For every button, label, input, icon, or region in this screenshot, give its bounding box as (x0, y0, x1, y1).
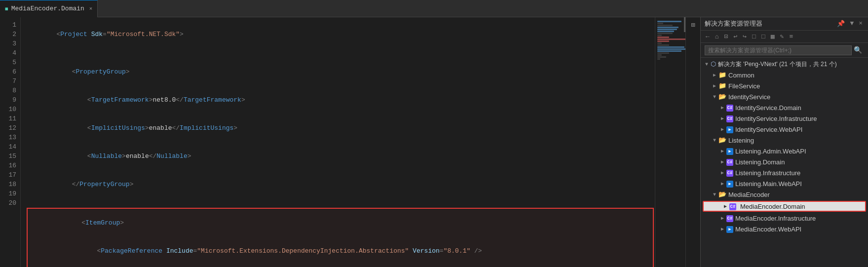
code-line-3: <PropertyGroup> (26, 58, 655, 86)
code-line-6: <Nullable>enable</Nullable> (26, 142, 655, 170)
identityservice-folder-icon: 📂 (718, 93, 726, 101)
se-redo-button[interactable]: ↪ (741, 32, 749, 41)
root-solution-icon: ⬡ (711, 60, 716, 68)
tree-item-mediaencoder-webapi[interactable]: ▶ ▶ MediaEncoder.WebAPI (701, 224, 868, 234)
se-home-button[interactable]: ⌂ (713, 32, 721, 41)
fileservice-label: FileService (728, 82, 760, 90)
listening-chevron: ▼ (711, 138, 718, 143)
code-line-7: </PropertyGroup> (26, 170, 655, 198)
code-line-11: </ItemGroup> (28, 265, 653, 267)
editor-right-toolbar: ⊞ (685, 17, 700, 267)
solution-explorer-header: 解决方案资源管理器 📌 ▼ × (701, 17, 868, 31)
me-domain-label: MediaEncoder.Domain (740, 203, 805, 210)
se-search-area: 🔍 (701, 43, 868, 58)
se-copy-button[interactable]: □ (750, 32, 758, 41)
line-num-8: 8 (0, 86, 20, 95)
tree-item-fileservice[interactable]: ▶ 📁 FileService (701, 80, 868, 91)
is-webapi-proj-icon: ▶ (726, 125, 733, 133)
tab-file-icon: ◼ (5, 5, 8, 12)
solution-explorer-panel: 解决方案资源管理器 📌 ▼ × ← ⌂ ⊡ ↩ ↪ □ □ ▦ ✎ ≡ 🔍 (700, 17, 868, 267)
line-num-2: 2 (0, 30, 20, 39)
se-filter-button[interactable]: ▦ (769, 32, 777, 41)
me-infra-proj-icon: C# (726, 214, 733, 222)
code-line-5: <ImplicitUsings>enable</ImplicitUsings> (26, 114, 655, 142)
line-num-10: 10 (0, 105, 20, 114)
tree-item-identityservice-domain[interactable]: ▶ C# IdentityService.Domain (701, 102, 868, 113)
se-tree: ▼ ⬡ 解决方案 'Peng-VNext' (21 个项目，共 21 个) ▶ … (701, 58, 868, 267)
me-webapi-label: MediaEncoder.WebAPI (735, 226, 801, 233)
line-num-20: 20 (0, 198, 20, 208)
se-undo-button[interactable]: ↩ (731, 32, 739, 41)
me-chevron: ▼ (711, 192, 718, 197)
code-line-2 (26, 48, 655, 58)
ld-proj-icon: C# (726, 158, 733, 166)
se-back-button[interactable]: ← (704, 32, 712, 41)
se-search-input[interactable] (705, 45, 852, 55)
is-domain-label: IdentityService.Domain (735, 104, 801, 112)
la-webapi-label: Listening.Admin.WebAPI (735, 148, 806, 155)
editor-area: 1 2 3 4 5 6 7 8 9 10 11 12 13 14 15 16 1… (0, 17, 700, 267)
li-label: Listening.Infrastructure (735, 169, 800, 177)
se-refresh-button[interactable]: ⊡ (722, 32, 730, 41)
tree-item-listening-admin-webapi[interactable]: ▶ ▶ Listening.Admin.WebAPI (701, 146, 868, 156)
tree-item-mediaencoder-domain-highlighted[interactable]: ▶ C# MediaEncoder.Domain (703, 201, 866, 212)
tree-item-listening-domain[interactable]: ▶ C# Listening.Domain (701, 156, 868, 167)
tab-media-encoder-domain[interactable]: ◼ MediaEncoder.Domain × (0, 0, 98, 17)
line-num-6: 6 (0, 67, 20, 76)
minimap (655, 17, 685, 267)
tree-root[interactable]: ▼ ⬡ 解决方案 'Peng-VNext' (21 个项目，共 21 个) (701, 59, 868, 70)
line-num-16: 16 (0, 161, 20, 170)
common-folder-icon: 📁 (718, 71, 726, 79)
is-domain-chevron: ▶ (718, 105, 726, 111)
line-num-11: 11 (0, 114, 20, 123)
me-infra-chevron: ▶ (718, 215, 726, 221)
se-pin-button[interactable]: 📌 (835, 19, 846, 28)
is-domain-proj-icon: C# (726, 104, 733, 112)
tree-item-listening[interactable]: ▼ 📂 Listening (701, 135, 868, 146)
me-domain-proj-icon: C# (729, 202, 738, 210)
tree-item-mediaencoder-infra[interactable]: ▶ C# MediaEncoder.Infrastructure (701, 213, 868, 224)
line-num-9: 9 (0, 95, 20, 105)
line-num-4: 4 (0, 48, 20, 58)
se-toolbar: ← ⌂ ⊡ ↩ ↪ □ □ ▦ ✎ ≡ (701, 31, 868, 43)
tree-item-mediaencoder[interactable]: ▼ 📂 MediaEncoder (701, 189, 868, 200)
lm-label: Listening.Main.WebAPI (735, 180, 802, 188)
fileservice-chevron: ▶ (711, 83, 718, 89)
highlighted-itemgroup-block: <ItemGroup> <PackageReference Include="M… (27, 208, 654, 267)
line-num-14: 14 (0, 142, 20, 152)
root-chevron: ▼ (703, 62, 711, 67)
line-num-5: 5 (0, 58, 20, 67)
tree-item-listening-main-webapi[interactable]: ▶ ▶ Listening.Main.WebAPI (701, 178, 868, 189)
se-paste-button[interactable]: □ (759, 32, 767, 41)
code-editor[interactable]: <Project Sdk="Microsoft.NET.Sdk"> <Prope… (21, 17, 655, 267)
tab-bar: ◼ MediaEncoder.Domain × (0, 0, 868, 17)
li-chevron: ▶ (718, 170, 726, 176)
line-num-7: 7 (0, 76, 20, 86)
common-chevron: ▶ (711, 72, 718, 78)
se-edit-button[interactable]: ✎ (778, 32, 786, 41)
line-num-15: 15 (0, 152, 20, 161)
se-search-icon[interactable]: 🔍 (852, 45, 864, 55)
la-webapi-proj-icon: ▶ (726, 147, 733, 155)
tab-close-button[interactable]: × (89, 6, 93, 12)
is-infra-proj-icon: C# (726, 114, 733, 122)
tree-item-common[interactable]: ▶ 📁 Common (701, 70, 868, 80)
se-settings-button[interactable]: ▼ (848, 19, 855, 28)
tree-item-listening-infra[interactable]: ▶ C# Listening.Infrastructure (701, 167, 868, 178)
tree-item-identityservice[interactable]: ▼ 📂 IdentityService (701, 91, 868, 102)
se-menu-button[interactable]: ≡ (787, 32, 795, 41)
line-num-19: 19 (0, 189, 20, 198)
line-num-1: 1 (0, 20, 20, 30)
minimap-viewport (655, 17, 685, 267)
tree-item-identityservice-webapi[interactable]: ▶ ▶ IdentityService.WebAPI (701, 124, 868, 135)
me-folder-icon: 📂 (718, 191, 726, 198)
is-infra-chevron: ▶ (718, 115, 726, 121)
se-close-button[interactable]: × (857, 19, 864, 28)
me-domain-chevron: ▶ (721, 203, 729, 209)
tree-item-identityservice-infra[interactable]: ▶ C# IdentityService.Infrastructure (701, 113, 868, 124)
line-numbers: 1 2 3 4 5 6 7 8 9 10 11 12 13 14 15 16 1… (0, 17, 21, 267)
common-label: Common (728, 72, 755, 79)
identityservice-label: IdentityService (728, 93, 770, 101)
main-layout: 1 2 3 4 5 6 7 8 9 10 11 12 13 14 15 16 1… (0, 17, 868, 267)
split-editor-button[interactable]: ⊞ (688, 19, 699, 30)
